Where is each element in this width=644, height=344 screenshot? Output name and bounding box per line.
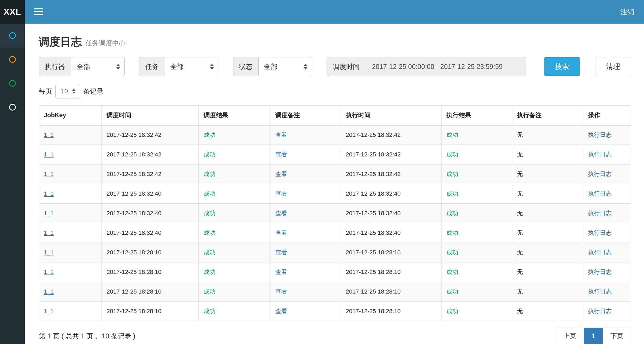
trigger-msg-link[interactable]: 查看 xyxy=(275,249,287,256)
navbar-main: 注销 xyxy=(25,0,644,24)
trigger-result-text: 成功 xyxy=(204,229,215,236)
jobkey-link[interactable]: 1_1 xyxy=(44,249,54,256)
trigger-time-cell: 2017-12-25 18:28:10 xyxy=(102,302,199,321)
pagesize-suffix-label: 条记录 xyxy=(83,87,103,96)
job-select[interactable]: 全部 xyxy=(165,57,218,76)
sidebar-item-4[interactable] xyxy=(0,95,25,119)
jobkey-link[interactable]: 1_1 xyxy=(44,210,54,217)
exec-log-link[interactable]: 执行日志 xyxy=(588,171,612,177)
trigger-msg-link[interactable]: 查看 xyxy=(275,151,287,158)
jobkey-link[interactable]: 1_1 xyxy=(44,229,54,236)
exec-log-link[interactable]: 执行日志 xyxy=(588,308,612,314)
handle-time-cell: 2017-12-25 18:28:10 xyxy=(341,262,442,282)
trigger-result-text: 成功 xyxy=(204,249,215,256)
time-range-input[interactable] xyxy=(366,57,526,76)
trigger-msg-link[interactable]: 查看 xyxy=(275,171,287,177)
jobkey-link[interactable]: 1_1 xyxy=(44,288,54,295)
executor-filter-label: 执行器 xyxy=(39,57,71,76)
circle-icon xyxy=(9,80,16,87)
clear-button[interactable]: 清理 xyxy=(595,57,631,76)
pagesize-prefix-label: 每页 xyxy=(39,87,52,96)
trigger-msg-link[interactable]: 查看 xyxy=(275,131,287,138)
sidebar-item-1[interactable] xyxy=(0,24,25,47)
handle-result-text: 成功 xyxy=(446,151,458,158)
handle-msg-cell: 无 xyxy=(512,145,583,164)
trigger-time-cell: 2017-12-25 18:32:40 xyxy=(102,204,199,223)
trigger-msg-link[interactable]: 查看 xyxy=(275,269,287,275)
trigger-msg-link[interactable]: 查看 xyxy=(275,288,287,295)
app-body: 调度日志 任务调度中心 执行器 全部 任务 全部 状态 xyxy=(0,24,644,344)
column-header: 执行时间 xyxy=(341,106,442,125)
exec-log-link[interactable]: 执行日志 xyxy=(588,210,612,217)
executor-filter-group: 执行器 全部 xyxy=(39,57,125,76)
top-navbar: XXL 注销 xyxy=(0,0,644,24)
jobkey-link[interactable]: 1_1 xyxy=(44,131,54,138)
exec-log-link[interactable]: 执行日志 xyxy=(588,151,612,158)
search-button[interactable]: 搜索 xyxy=(544,57,580,76)
column-header: 调度备注 xyxy=(270,106,341,125)
handle-msg-cell: 无 xyxy=(512,282,583,302)
handle-result-text: 成功 xyxy=(446,308,458,314)
trigger-msg-link[interactable]: 查看 xyxy=(275,308,287,314)
table-footer: 第 1 页 ( 总共 1 页， 10 条记录 ) 上页 1 下页 xyxy=(39,328,631,344)
executor-select[interactable]: 全部 xyxy=(71,57,125,76)
circle-icon xyxy=(9,104,16,111)
trigger-result-text: 成功 xyxy=(204,288,215,295)
exec-log-link[interactable]: 执行日志 xyxy=(588,229,612,236)
trigger-result-text: 成功 xyxy=(204,308,215,314)
column-header: JobKey xyxy=(39,106,102,125)
prev-page-button[interactable]: 上页 xyxy=(556,328,584,344)
trigger-result-text: 成功 xyxy=(204,151,215,158)
pagesize-select-value: 10 xyxy=(61,88,68,95)
jobkey-link[interactable]: 1_1 xyxy=(44,269,54,275)
trigger-result-text: 成功 xyxy=(204,131,215,138)
exec-log-link[interactable]: 执行日志 xyxy=(588,288,612,295)
trigger-msg-link[interactable]: 查看 xyxy=(275,210,287,217)
status-filter-label: 状态 xyxy=(233,57,258,76)
jobkey-link[interactable]: 1_1 xyxy=(44,151,54,158)
jobkey-link[interactable]: 1_1 xyxy=(44,190,54,197)
pagesize-select[interactable]: 10 xyxy=(55,84,80,98)
handle-time-cell: 2017-12-25 18:32:40 xyxy=(341,184,442,204)
exec-log-link[interactable]: 执行日志 xyxy=(588,190,612,197)
select-stepper-icon xyxy=(72,89,75,94)
handle-msg-cell: 无 xyxy=(512,164,583,184)
handle-time-cell: 2017-12-25 18:32:42 xyxy=(341,125,442,145)
sidebar-toggle-icon[interactable] xyxy=(34,8,43,15)
page-1-button[interactable]: 1 xyxy=(584,328,603,344)
handle-time-cell: 2017-12-25 18:32:42 xyxy=(341,145,442,164)
filter-bar: 执行器 全部 任务 全部 状态 全部 xyxy=(39,57,631,76)
handle-time-cell: 2017-12-25 18:28:10 xyxy=(341,243,442,262)
job-filter-group: 任务 全部 xyxy=(139,57,218,76)
handle-result-text: 成功 xyxy=(446,288,458,295)
sidebar-item-3[interactable] xyxy=(0,71,25,95)
trigger-msg-link[interactable]: 查看 xyxy=(275,190,287,197)
trigger-time-cell: 2017-12-25 18:32:42 xyxy=(102,125,199,145)
handle-time-cell: 2017-12-25 18:32:42 xyxy=(341,164,442,184)
app-logo[interactable]: XXL xyxy=(0,0,25,24)
logout-link[interactable]: 注销 xyxy=(620,7,634,17)
executor-select-value: 全部 xyxy=(77,62,90,71)
handle-result-text: 成功 xyxy=(446,249,458,256)
job-select-value: 全部 xyxy=(170,62,184,71)
log-table-header-row: JobKey调度时间调度结果调度备注执行时间执行结果执行备注操作 xyxy=(39,106,631,125)
exec-log-link[interactable]: 执行日志 xyxy=(588,131,612,138)
handle-result-text: 成功 xyxy=(446,171,458,177)
table-row: 1_1 2017-12-25 18:32:42 成功 查看 2017-12-25… xyxy=(39,125,631,145)
column-header: 调度时间 xyxy=(102,106,199,125)
trigger-time-cell: 2017-12-25 18:32:40 xyxy=(102,184,199,204)
exec-log-link[interactable]: 执行日志 xyxy=(588,269,612,275)
status-select[interactable]: 全部 xyxy=(258,57,312,76)
exec-log-link[interactable]: 执行日志 xyxy=(588,249,612,256)
pagination: 上页 1 下页 xyxy=(556,328,631,344)
handle-result-text: 成功 xyxy=(446,131,458,138)
select-stepper-icon xyxy=(210,64,214,69)
sidebar-item-2[interactable] xyxy=(0,47,25,71)
next-page-button[interactable]: 下页 xyxy=(603,328,631,344)
table-row: 1_1 2017-12-25 18:32:40 成功 查看 2017-12-25… xyxy=(39,223,631,243)
page-header: 调度日志 任务调度中心 xyxy=(39,34,631,49)
trigger-msg-link[interactable]: 查看 xyxy=(275,229,287,236)
jobkey-link[interactable]: 1_1 xyxy=(44,308,54,314)
sidebar-menu xyxy=(0,24,25,344)
jobkey-link[interactable]: 1_1 xyxy=(44,171,54,177)
